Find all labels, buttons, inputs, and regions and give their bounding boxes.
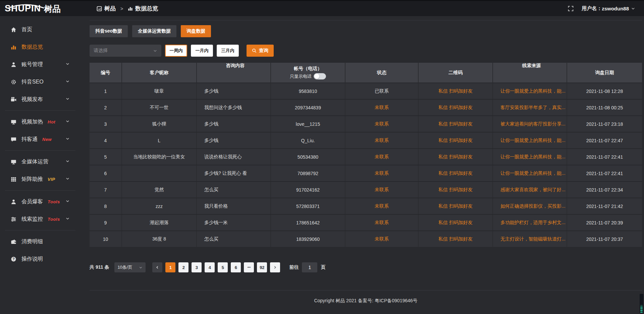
page-5-button[interactable]: 5 [218, 262, 228, 272]
page-4-button[interactable]: 4 [205, 262, 215, 272]
breadcrumb-item-site[interactable]: 树品 [97, 5, 116, 12]
query-button[interactable]: 查询 [247, 45, 274, 57]
date-range-month[interactable]: 一月内 [191, 45, 213, 57]
chevron-right-icon [273, 265, 277, 269]
sidebar-item-video-publish[interactable]: 视频发布 [0, 91, 80, 108]
cell-source: 客厅安装投影半年多了，真实... [493, 100, 567, 115]
date-range-quarter[interactable]: 三月内 [217, 45, 239, 57]
page-ellipsis[interactable]: ••• [244, 262, 254, 272]
column-header-5: 二维码 [419, 63, 493, 83]
cell-source: 被大家追着问的客厅投影分享... [493, 116, 567, 132]
qr-add-friend-link[interactable]: 私信 扫码加好友 [438, 88, 473, 94]
cell-qr: 私信 扫码加好友 [419, 133, 493, 148]
lead-source-link[interactable]: 多功能护栏灯，适用于乡村文... [500, 220, 566, 226]
qr-add-friend-link[interactable]: 私信 扫码加好友 [438, 170, 473, 176]
breadcrumb-label: 数据总览 [135, 5, 158, 12]
cell-date: 2021-11-07 20:37 [567, 231, 642, 247]
lead-source-link[interactable]: 客厅安装投影半年多了，真实... [500, 105, 566, 111]
sidebar-item-label: 账号管理 [21, 61, 43, 68]
cell-content: 多少钱一米 [197, 215, 271, 230]
chevron-down-icon [139, 266, 143, 269]
cell-content: 我想问这个多少钱 [197, 100, 271, 115]
home-icon [10, 27, 17, 33]
lead-source-link[interactable]: 让你一眼就爱上的黑科技，能... [500, 154, 566, 160]
qr-add-friend-link[interactable]: 私信 扫码加好友 [438, 220, 473, 226]
column-header-6: 线索来源 [493, 63, 567, 83]
lead-source-link[interactable]: 无主灯设计，智能磁吸轨道灯... [500, 236, 566, 242]
app-logo: SHUPIN 树品 [0, 4, 80, 13]
breadcrumb-item-data-overview[interactable]: 数据总览 [128, 5, 158, 12]
page-6-button[interactable]: 6 [231, 262, 241, 272]
page-size-select[interactable]: 10条/页 [114, 262, 146, 272]
sidebar-item-douketong[interactable]: 抖客通New [0, 130, 80, 148]
page-2-button[interactable]: 2 [178, 262, 189, 272]
lead-source-link[interactable]: 被大家追着问的客厅投影分享... [500, 121, 566, 127]
sidebar-divider [5, 230, 75, 230]
pagination: 共 911 条 10条/页 123456•••92 前往 页 [90, 262, 642, 272]
sidebar-item-member-baoke[interactable]: 会员爆客Tools [0, 193, 80, 210]
lead-source-link[interactable]: 让你一眼就爱上的黑科技，能... [500, 138, 566, 144]
search-icon [252, 48, 257, 53]
next-page-button[interactable] [270, 262, 280, 272]
sidebar-item-matrix-boost[interactable]: 矩阵助推VIP [0, 170, 80, 188]
qr-add-friend-link[interactable]: 私信 扫码加好友 [438, 105, 473, 111]
page-3-button[interactable]: 3 [192, 262, 202, 272]
qr-add-friend-link[interactable]: 私信 扫码加好友 [438, 236, 473, 242]
tab-douyin-seo-data[interactable]: 抖音seo数据 [90, 25, 128, 37]
cell-nickname: 当地比较能吃的一位美女 [122, 149, 197, 165]
cell-qr: 私信 扫码加好友 [419, 149, 493, 165]
lead-source-link[interactable]: 让你一眼就爱上的黑科技，能... [500, 170, 566, 176]
sidebar-item-label: 抖音SEO [21, 78, 44, 86]
chevron-down-icon [64, 199, 71, 203]
cell-nickname: L [122, 133, 197, 148]
sidebar-item-label: 矩阵助推 [21, 176, 43, 183]
qr-add-friend-link[interactable]: 私信 扫码加好友 [438, 154, 473, 160]
page-92-button[interactable]: 92 [257, 262, 267, 272]
cell-nickname: 狐小狸 [122, 116, 197, 132]
cell-qr: 私信 扫码加好友 [419, 100, 493, 115]
lead-source-link[interactable]: 让你一眼就爱上的黑科技，能... [500, 88, 566, 94]
filter-select[interactable]: 请选择 [90, 45, 161, 57]
user-name: zswodun88 [602, 6, 629, 11]
tab-omnimedia-data[interactable]: 全媒体运营数据 [132, 25, 176, 37]
qr-add-friend-link[interactable]: 私信 扫码加好友 [438, 138, 473, 144]
qr-add-friend-link[interactable]: 私信 扫码加好友 [438, 203, 473, 209]
user-menu[interactable]: 用户名： zswodun88 [582, 5, 635, 12]
sidebar-item-label: 操作说明 [21, 256, 43, 263]
sliders-icon [10, 216, 17, 222]
lead-source-link[interactable]: 如何正确选择投影仪，买投影... [500, 203, 566, 209]
fullscreen-icon[interactable] [568, 6, 574, 11]
cell-no: 7 [90, 182, 122, 198]
cell-qr: 私信 扫码加好友 [419, 198, 493, 214]
chevron-down-icon [64, 62, 71, 66]
sidebar-item-omnimedia-operation[interactable]: 全媒体运营 [0, 153, 80, 170]
phone-only-toggle[interactable] [314, 73, 326, 80]
sidebar-item-label: 数据总览 [21, 44, 43, 51]
chat-icon [10, 137, 17, 142]
scroll-indicator [640, 294, 643, 313]
page-1-button[interactable]: 1 [165, 262, 175, 272]
cell-content: 多少钱? 让我死心 看 [197, 165, 271, 181]
sidebar-item-video-heat[interactable]: 视频加热Hot [0, 113, 80, 130]
prev-page-button[interactable] [152, 262, 162, 272]
cell-no: 5 [90, 149, 122, 165]
tab-inquiry-data[interactable]: 询盘数据 [181, 25, 211, 37]
lead-source-link[interactable]: 感谢大家喜欢我家，被问了好... [500, 187, 566, 193]
sidebar-item-douyin-seo[interactable]: 抖音SEO [0, 73, 80, 91]
chevron-left-icon [155, 265, 159, 269]
sidebar-item-account-management[interactable]: 账号管理 [0, 56, 80, 73]
goto-page-input[interactable] [302, 262, 317, 272]
inquiry-table: 编号客户昵称咨询内容帐号（电话）只显示电话状态二维码线索来源询盘日期 1啵章多少… [90, 63, 642, 247]
qr-add-friend-link[interactable]: 私信 扫码加好友 [438, 187, 473, 193]
cell-date: 2021-11-07 23:18 [567, 116, 642, 132]
qr-add-friend-link[interactable]: 私信 扫码加好友 [438, 121, 473, 127]
sidebar-item-lead-monitor[interactable]: 线索监控Tools [0, 210, 80, 228]
video-camera-icon [10, 97, 17, 102]
sidebar-item-home[interactable]: 首页 [0, 21, 80, 38]
sidebar-item-data-overview[interactable]: 数据总览 [0, 38, 80, 56]
sidebar-item-instructions[interactable]: ?操作说明 [0, 250, 80, 268]
column-header-0: 编号 [90, 63, 122, 83]
date-range-week[interactable]: 一周内 [165, 45, 187, 57]
cell-source: 让你一眼就爱上的黑科技，能... [493, 165, 567, 181]
sidebar-item-spending-detail[interactable]: 消费明细 [0, 233, 80, 250]
